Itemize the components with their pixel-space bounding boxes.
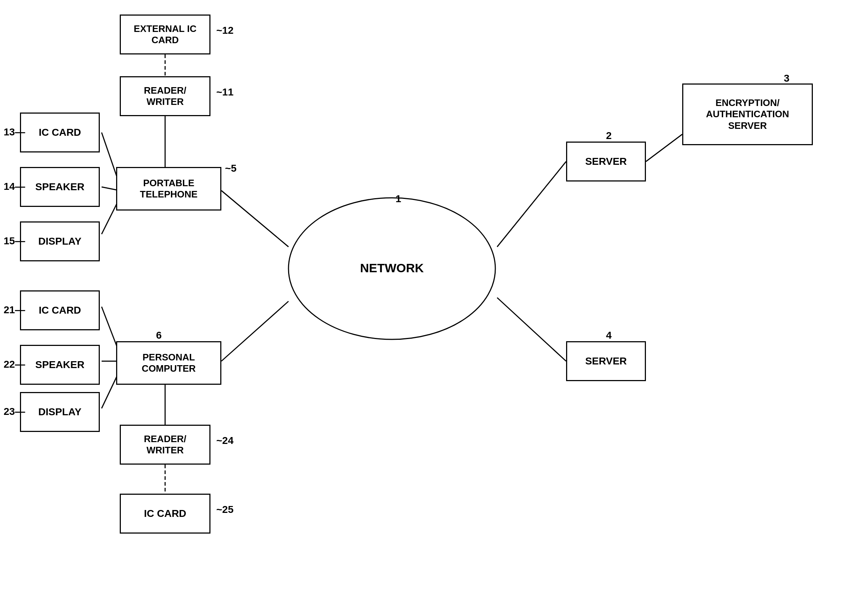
label-14: 14— <box>4 181 25 193</box>
portable-telephone-box: PORTABLETELEPHONE <box>116 167 222 211</box>
label-22: 22— <box>4 359 25 370</box>
speaker-14-label: SPEAKER <box>35 181 84 193</box>
diagram: EXTERNAL IC CARD ~12 READER/WRITER ~11 P… <box>0 0 868 604</box>
label-21: 21— <box>4 304 25 316</box>
ic-card-25-box: IC CARD <box>120 494 211 534</box>
ic-card-13-label: IC CARD <box>39 126 81 139</box>
ic-card-21-box: IC CARD <box>20 290 100 330</box>
label-23: 23— <box>4 406 25 418</box>
svg-line-14 <box>646 134 682 161</box>
ic-card-21-label: IC CARD <box>39 304 81 317</box>
display-15-box: DISPLAY <box>20 221 100 261</box>
label-1: 1 <box>395 193 401 205</box>
reader-writer-top-label: READER/WRITER <box>144 85 186 107</box>
reader-writer-top-box: READER/WRITER <box>120 76 211 116</box>
enc-auth-server-box: ENCRYPTION/AUTHENTICATIONSERVER <box>682 84 813 145</box>
label-24: ~24 <box>216 435 234 446</box>
ic-card-13-box: IC CARD <box>20 113 100 152</box>
server-2-box: SERVER <box>566 141 646 182</box>
speaker-14-box: SPEAKER <box>20 167 100 207</box>
svg-text:NETWORK: NETWORK <box>360 261 424 275</box>
svg-line-13 <box>497 298 566 361</box>
personal-computer-box: PERSONALCOMPUTER <box>116 341 222 385</box>
label-3: 3 <box>784 73 790 84</box>
server-4-box: SERVER <box>566 341 646 381</box>
reader-writer-bot-label: READER/WRITER <box>144 433 186 456</box>
speaker-22-label: SPEAKER <box>35 359 84 371</box>
server-2-label: SERVER <box>585 155 627 168</box>
portable-telephone-label: PORTABLETELEPHONE <box>140 177 198 200</box>
speaker-22-box: SPEAKER <box>20 345 100 385</box>
display-23-label: DISPLAY <box>39 406 82 418</box>
label-25: ~25 <box>216 504 234 515</box>
display-15-label: DISPLAY <box>39 235 82 248</box>
label-15: 15— <box>4 235 25 247</box>
server-4-label: SERVER <box>585 355 627 367</box>
label-12: ~12 <box>216 25 234 36</box>
label-4: 4 <box>606 329 612 341</box>
personal-computer-label: PERSONALCOMPUTER <box>142 352 196 374</box>
external-ic-card-label: EXTERNAL IC CARD <box>121 23 209 46</box>
ic-card-25-label: IC CARD <box>144 508 186 520</box>
label-2: 2 <box>606 130 612 141</box>
label-6: 6 <box>156 329 162 341</box>
svg-line-9 <box>222 301 288 361</box>
network-ellipse-svg: NETWORK <box>287 196 497 341</box>
svg-line-12 <box>497 161 566 247</box>
svg-line-8 <box>222 191 288 247</box>
reader-writer-bot-box: READER/WRITER <box>120 425 211 464</box>
display-23-box: DISPLAY <box>20 392 100 432</box>
label-13: 13— <box>4 126 25 138</box>
label-11: ~11 <box>216 86 234 98</box>
external-ic-card-box: EXTERNAL IC CARD <box>120 14 211 54</box>
enc-auth-server-label: ENCRYPTION/AUTHENTICATIONSERVER <box>706 97 789 131</box>
label-5: ~5 <box>225 163 237 174</box>
